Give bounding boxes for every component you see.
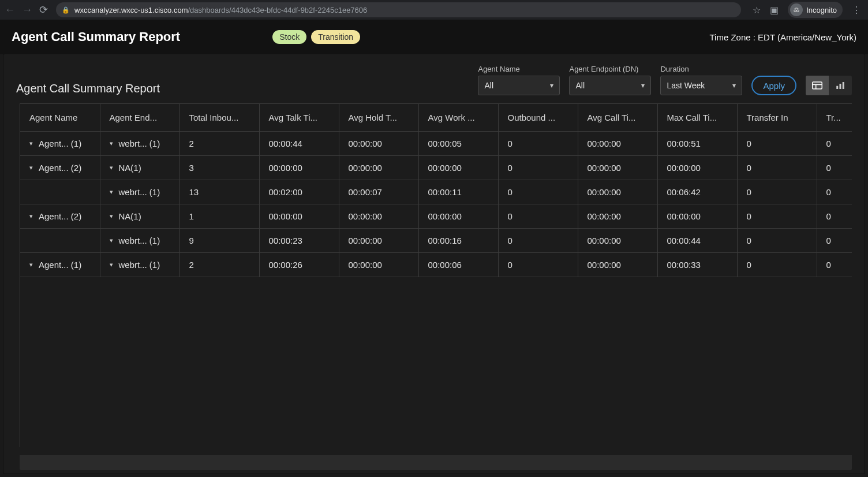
page-title: Agent Call Summary Report: [12, 29, 180, 44]
data-cell: 0: [737, 253, 817, 277]
forward-button[interactable]: →: [22, 5, 32, 15]
panel-header: Agent Call Summary Report Agent Name All…: [3, 54, 865, 103]
agent-name-select[interactable]: All ▾: [478, 76, 560, 95]
incognito-icon: [790, 3, 803, 16]
bookmark-icon[interactable]: ☆: [753, 5, 761, 16]
menu-icon[interactable]: ⋮: [852, 5, 861, 16]
incognito-badge[interactable]: Incognito: [788, 2, 843, 18]
agent-name-text: Agent... (1): [39, 139, 81, 148]
agent-name-cell: ▾Agent... (2): [20, 156, 100, 180]
data-cell: 3: [179, 156, 259, 180]
data-cell: 0: [817, 204, 852, 229]
column-header[interactable]: Agent End...: [100, 104, 179, 132]
agent-endpoint-filter-label: Agent Endpoint (DN): [569, 65, 651, 73]
data-cell: 00:00:23: [259, 229, 339, 253]
data-cell: 0: [737, 156, 817, 180]
data-cell: 00:00:00: [578, 229, 657, 253]
expand-icon[interactable]: ▾: [110, 164, 113, 172]
table-view-button[interactable]: [806, 76, 829, 95]
data-cell: 0: [817, 156, 852, 180]
agent-endpoint-cell: ▾webrt... (1): [100, 229, 179, 253]
panel-footer-strip: [20, 455, 852, 470]
data-cell: 0: [498, 180, 578, 204]
svg-rect-5: [836, 86, 838, 89]
install-icon[interactable]: ▣: [770, 5, 779, 16]
page-header: Agent Call Summary Report Stock Transiti…: [0, 20, 868, 54]
stock-pill[interactable]: Stock: [272, 30, 306, 44]
data-cell: 0: [737, 132, 817, 156]
chevron-down-icon: ▾: [641, 81, 645, 90]
chart-view-button[interactable]: [829, 76, 852, 95]
data-cell: 00:00:00: [259, 204, 339, 229]
expand-icon[interactable]: ▾: [110, 213, 113, 220]
agent-name-cell: ▾Agent... (2): [20, 204, 100, 229]
data-cell: 00:00:00: [339, 229, 418, 253]
data-cell: 00:00:00: [418, 204, 498, 229]
agent-endpoint-cell: ▾NA(1): [100, 204, 179, 229]
column-header[interactable]: Avg Talk Ti...: [259, 104, 339, 132]
table-row: ▾Agent... (1)▾webrt... (1)200:00:2600:00…: [20, 253, 852, 277]
data-cell: 00:00:05: [418, 132, 498, 156]
address-bar[interactable]: 🔒 wxccanalyzer.wxcc-us1.cisco.com/dashbo…: [56, 2, 741, 17]
agent-endpoint-text: webrt... (1): [119, 187, 160, 197]
agent-endpoint-text: webrt... (1): [119, 260, 160, 270]
agent-endpoint-select[interactable]: All ▾: [569, 76, 651, 95]
column-header[interactable]: Transfer In: [737, 104, 817, 132]
transition-pill[interactable]: Transition: [311, 30, 360, 44]
data-cell: 0: [737, 180, 817, 204]
data-cell: 13: [179, 180, 259, 204]
data-cell: 00:00:00: [578, 253, 657, 277]
data-cell: 0: [737, 229, 817, 253]
reload-button[interactable]: ⟳: [39, 5, 48, 15]
data-cell: 9: [179, 229, 259, 253]
table-row: ▾Agent... (1)▾webrt... (1)200:00:4400:00…: [20, 132, 852, 156]
agent-endpoint-select-value: All: [575, 81, 585, 90]
agent-endpoint-cell: ▾webrt... (1): [100, 132, 179, 156]
data-cell: 0: [817, 229, 852, 253]
expand-icon[interactable]: ▾: [110, 140, 113, 147]
table-body: ▾Agent... (1)▾webrt... (1)200:00:4400:00…: [20, 132, 852, 277]
table-header-row: Agent NameAgent End...Total Inbou...Avg …: [20, 104, 852, 132]
expand-icon[interactable]: ▾: [110, 188, 113, 196]
data-cell: 00:00:51: [657, 132, 737, 156]
table-container[interactable]: Agent NameAgent End...Total Inbou...Avg …: [20, 103, 852, 447]
expand-icon[interactable]: ▾: [29, 261, 33, 269]
column-header[interactable]: Avg Work ...: [418, 104, 498, 132]
column-header[interactable]: Outbound ...: [498, 104, 578, 132]
agent-name-cell: [20, 229, 100, 253]
data-cell: 0: [498, 253, 578, 277]
data-cell: 00:00:26: [259, 253, 339, 277]
column-header[interactable]: Avg Hold T...: [339, 104, 418, 132]
data-cell: 0: [817, 180, 852, 204]
agent-name-text: Agent... (2): [39, 163, 81, 173]
expand-icon[interactable]: ▾: [110, 237, 113, 244]
svg-rect-2: [813, 82, 822, 89]
expand-icon[interactable]: ▾: [29, 164, 33, 172]
data-cell: 0: [498, 204, 578, 229]
column-header[interactable]: Avg Call Ti...: [578, 104, 657, 132]
agent-name-cell: [20, 180, 100, 204]
column-header[interactable]: Agent Name: [20, 104, 100, 132]
column-header[interactable]: Total Inbou...: [179, 104, 259, 132]
column-header[interactable]: Tr...: [817, 104, 852, 132]
data-cell: 00:00:11: [418, 180, 498, 204]
expand-icon[interactable]: ▾: [110, 261, 113, 269]
data-cell: 00:00:00: [657, 204, 737, 229]
table-row: ▾webrt... (1)900:00:2300:00:0000:00:1600…: [20, 229, 852, 253]
data-cell: 0: [498, 132, 578, 156]
data-cell: 00:00:00: [578, 132, 657, 156]
agent-endpoint-text: webrt... (1): [119, 139, 160, 148]
column-header[interactable]: Max Call Ti...: [657, 104, 737, 132]
agent-endpoint-cell: ▾webrt... (1): [100, 253, 179, 277]
timezone-label: Time Zone : EDT (America/New_York): [709, 32, 856, 42]
agent-name-cell: ▾Agent... (1): [20, 253, 100, 277]
apply-button[interactable]: Apply: [751, 76, 796, 95]
back-button[interactable]: ←: [5, 5, 15, 15]
agent-endpoint-text: NA(1): [119, 163, 141, 173]
agent-name-cell: ▾Agent... (1): [20, 132, 100, 156]
expand-icon[interactable]: ▾: [29, 213, 33, 220]
data-cell: 00:02:00: [259, 180, 339, 204]
data-cell: 0: [817, 132, 852, 156]
duration-select[interactable]: Last Week ▾: [660, 76, 742, 95]
expand-icon[interactable]: ▾: [29, 140, 33, 147]
